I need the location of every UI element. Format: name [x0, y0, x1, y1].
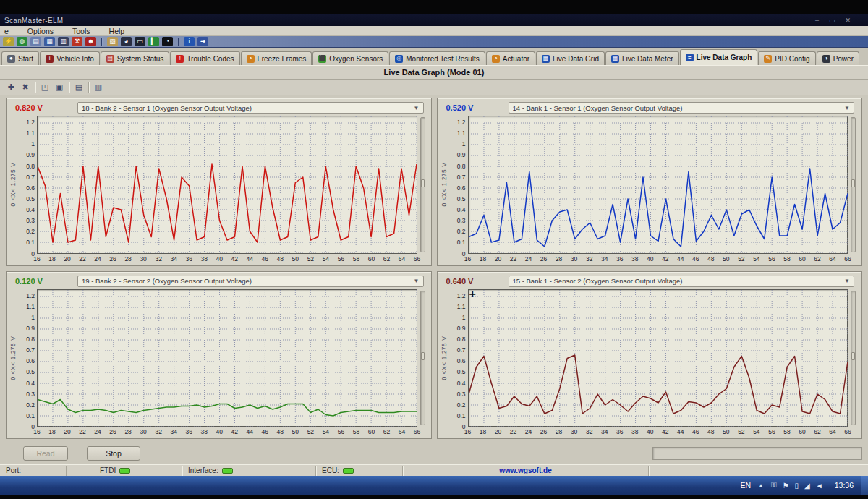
globe-icon[interactable]: ◍ [17, 37, 27, 46]
y-tick-label: 0.1 [26, 412, 35, 419]
menu-item-help[interactable]: Help [108, 27, 127, 35]
website-link[interactable]: www.wgsoft.de [499, 466, 551, 474]
slider-thumb[interactable] [851, 352, 855, 360]
info-icon[interactable]: i [184, 37, 195, 46]
x-tick-label: 18 [480, 428, 486, 435]
vertical-slider[interactable] [851, 117, 856, 252]
tab-live-data-grid[interactable]: ▦Live Data Grid [536, 51, 605, 65]
x-tick-label: 64 [829, 428, 835, 435]
x-tick-label: 66 [414, 428, 420, 435]
x-tick-label: 60 [799, 428, 805, 435]
tab-live-data-graph[interactable]: ≈Live Data Graph [680, 49, 758, 65]
x-tick-label: 20 [495, 255, 501, 263]
clipboard-icon[interactable]: ▧ [107, 37, 118, 46]
save-icon[interactable]: ▣ [53, 82, 66, 93]
pid-select-dropdown[interactable]: 19 - Bank 2 - Sensor 2 (Oxygen Sensor Ou… [77, 276, 424, 287]
vertical-slider[interactable] [420, 291, 425, 426]
y-tick-label: 0.5 [26, 368, 35, 375]
slider-thumb[interactable] [851, 179, 855, 187]
y-tick-label: 0.6 [26, 184, 35, 192]
exit-icon[interactable]: ➜ [197, 37, 208, 46]
note-icon[interactable]: ▤ [30, 37, 41, 46]
screen-bezel-top [0, 0, 868, 14]
key-icon[interactable]: ⚿ [771, 481, 777, 490]
tab-monitored-test-results[interactable]: ◎Monitored Test Results [389, 51, 485, 65]
network-icon[interactable]: ◢ [804, 482, 810, 490]
vertical-slider[interactable] [851, 291, 856, 426]
export-icon[interactable]: ▥ [92, 82, 105, 93]
pid-select-dropdown[interactable]: 15 - Bank 1 - Sensor 2 (Oxygen Sensor Ou… [509, 276, 855, 287]
tab-system-status[interactable]: ▤System Status [101, 51, 169, 65]
user-icon[interactable]: ☻ [85, 37, 96, 46]
chart-svg [38, 290, 417, 427]
slider-thumb[interactable] [421, 352, 425, 360]
tab-oxygen-sensors[interactable]: ⬛Oxygen Sensors [312, 51, 388, 65]
tools-icon[interactable]: ⚒ [72, 37, 82, 46]
dtc-icon[interactable]: ▥ [58, 37, 69, 46]
slider-column [417, 289, 428, 427]
tab-label: Freeze Frames [258, 55, 307, 63]
search-icon[interactable]: ◕ [121, 37, 132, 46]
flag-icon[interactable]: ⚑ [783, 482, 789, 490]
chevron-down-icon: ▼ [844, 278, 850, 284]
screen-icon[interactable]: ▭ [135, 37, 145, 46]
volume-icon[interactable]: ◄ [816, 482, 823, 490]
pid-select-dropdown[interactable]: 14 - Bank 1 - Sensor 1 (Oxygen Sensor Ou… [509, 102, 855, 114]
close-button[interactable]: ✕ [845, 17, 851, 24]
y-tick-label: 1.1 [26, 129, 35, 137]
menu-item-options[interactable]: Options [26, 27, 55, 35]
open-icon[interactable]: ◰ [38, 82, 51, 93]
x-tick-label: 42 [231, 255, 238, 263]
grid-icon[interactable]: ▦ [44, 37, 55, 46]
language-indicator[interactable]: EN [740, 481, 751, 490]
show-desktop-button[interactable] [861, 476, 868, 495]
print-icon[interactable]: ▤ [72, 82, 85, 93]
tab-label: Live Data Meter [622, 55, 673, 63]
y-tick-label: 1 [462, 140, 466, 148]
remove-pid-icon[interactable]: ✖ [19, 82, 32, 93]
stop-button[interactable]: Stop [87, 446, 140, 461]
pid-select-dropdown[interactable]: 18 - Bank 2 - Sensor 1 (Oxygen Sensor Ou… [77, 102, 424, 114]
tab-vehicle-info[interactable]: iVehicle Info [40, 51, 100, 65]
tab-freeze-frames[interactable]: ◔Freeze Frames [241, 51, 312, 65]
tab-live-data-meter[interactable]: ▦Live Data Meter [605, 51, 679, 65]
slider-thumb[interactable] [421, 179, 425, 187]
chart-panel-header: 0.820 V18 - Bank 2 - Sensor 1 (Oxygen Se… [8, 100, 428, 116]
pid-select-label: 15 - Bank 1 - Sensor 2 (Oxygen Sensor Ou… [513, 277, 845, 285]
tab-actuator[interactable]: ◔Actuator [486, 51, 535, 65]
add-pid-icon[interactable]: ✚ [4, 82, 17, 93]
x-tick-label: 60 [799, 255, 805, 263]
x-tick-label: 34 [170, 255, 176, 263]
tab-trouble-codes[interactable]: !Trouble Codes [170, 51, 239, 65]
connect-icon[interactable]: ⚡ [3, 37, 14, 46]
menu-item-tools[interactable]: Tools [71, 27, 92, 35]
x-tick-label: 16 [464, 255, 471, 263]
hidden-icons-caret[interactable]: ▲ [758, 482, 764, 489]
x-tick-label: 46 [262, 255, 268, 263]
oxygen-icon: ⬛ [318, 55, 326, 63]
x-tick-label: 28 [556, 255, 562, 263]
status-link-cell: www.wgsoft.de [403, 466, 649, 476]
menu-bar: eOptionsToolsHelp [0, 26, 868, 36]
vertical-slider[interactable] [420, 117, 425, 252]
battery-icon[interactable]: ▎ [148, 37, 159, 46]
tab-power[interactable]: ◑Power [817, 51, 859, 65]
taskbar-clock[interactable]: 13:36 [835, 481, 854, 490]
tab-pid-config[interactable]: ✎PID Config [758, 51, 815, 65]
menu-item-e[interactable]: e [3, 27, 10, 35]
current-value-label: 0.820 V [8, 103, 72, 112]
x-tick-label: 48 [277, 255, 284, 263]
gauge-icon[interactable]: ◔ [162, 37, 173, 46]
read-button[interactable]: Read [23, 446, 68, 461]
pid-select-label: 14 - Bank 1 - Sensor 1 (Oxygen Sensor Ou… [513, 104, 845, 112]
battery-icon[interactable]: ▯ [795, 482, 799, 490]
tab-start[interactable]: ●Start [1, 51, 39, 65]
warning-icon: ! [176, 55, 184, 63]
minimize-button[interactable]: – [815, 17, 819, 24]
plot-area [468, 116, 848, 254]
y-tick-label: 0.4 [457, 380, 466, 387]
maximize-button[interactable]: ▭ [829, 17, 835, 24]
taskbar: EN ▲⚿⚑▯◢◄ 13:36 [0, 476, 868, 495]
x-tick-label: 34 [170, 428, 176, 435]
x-tick-label: 66 [844, 428, 851, 435]
